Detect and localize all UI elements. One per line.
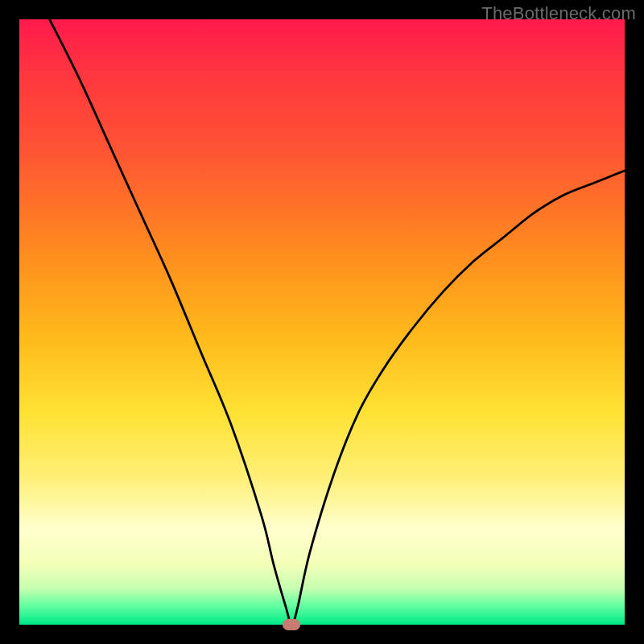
- optimal-marker: [283, 619, 300, 630]
- bottleneck-curve: [19, 19, 625, 625]
- watermark-text: TheBottleneck.com: [481, 3, 636, 24]
- plot-area: [19, 19, 625, 625]
- chart-stage: TheBottleneck.com: [0, 0, 644, 644]
